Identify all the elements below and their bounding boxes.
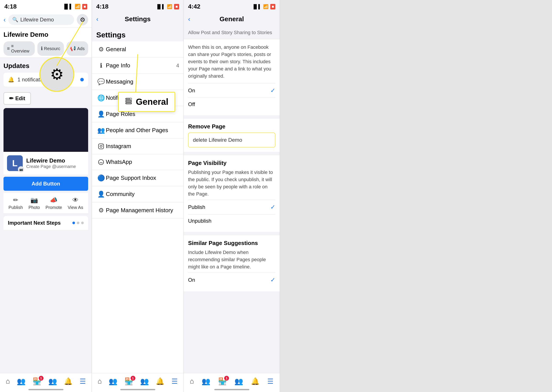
general-header: ‹ General	[184, 12, 280, 26]
action-promote[interactable]: 📣 Promote	[46, 196, 62, 210]
unpublish-option[interactable]: Unpublish	[188, 214, 275, 227]
bottom-nav-home-3[interactable]: ⌂	[190, 377, 194, 385]
svg-point-3	[102, 145, 103, 145]
promote-label: Promote	[46, 205, 62, 210]
instagram-label: Instagram	[106, 143, 179, 150]
back-button-1[interactable]: ‹	[4, 16, 6, 23]
community-label: Community	[106, 191, 179, 197]
home-icon-3: ⌂	[190, 377, 194, 385]
status-bar-1: 4:18 ▐▌▌ 📶 ■	[0, 0, 92, 12]
add-button[interactable]: Add Button	[4, 177, 88, 191]
status-icons-1: ▐▌▌ 📶 ■	[62, 4, 87, 9]
status-bar-3: 4:42 ▐▌▌ 📶 ■	[184, 0, 280, 12]
notifications-icon: 🔔	[64, 377, 73, 385]
bottom-nav-home-2[interactable]: ⌂	[97, 377, 102, 385]
important-title: Important Next Steps	[8, 220, 61, 226]
background-fill	[280, 0, 552, 392]
dot-2	[77, 222, 79, 224]
gear-circle-icon: ⚙	[50, 65, 64, 83]
svg-point-4	[98, 160, 104, 165]
remove-page-title: Remove Page	[188, 123, 275, 130]
bottom-nav-friends-3[interactable]: 👥	[202, 377, 210, 385]
settings-item-instagram[interactable]: Instagram	[92, 139, 184, 154]
bottom-nav-marketplace[interactable]: 🏪 1	[33, 377, 41, 385]
settings-item-people[interactable]: 👥 People and Other Pages	[92, 122, 184, 139]
gear-circle-overlay: ⚙	[39, 57, 74, 92]
page-name-header: Lifewire Demo	[0, 28, 92, 40]
bottom-nav-marketplace-2[interactable]: 🏪 1	[124, 377, 133, 385]
bottom-nav-home[interactable]: ⌂	[6, 377, 10, 385]
bottom-nav-notifications[interactable]: 🔔	[64, 377, 73, 385]
search-bar[interactable]: 🔍 Lifewire Demo	[8, 14, 74, 25]
delete-page-button[interactable]: delete Lifewire Demo	[188, 133, 275, 147]
phone1-header: ‹ 🔍 Lifewire Demo ⚙	[0, 12, 92, 28]
friends-icon-3: 👥	[202, 377, 210, 385]
search-icon: 🔍	[12, 17, 18, 22]
svg-point-2	[100, 145, 102, 147]
status-icons-3: ▐▌▌ 📶 ■	[252, 4, 275, 9]
bottom-nav-friends-2[interactable]: 👥	[109, 377, 117, 385]
gear-icon-nav: ⚙	[80, 16, 85, 23]
bottom-nav-menu-3[interactable]: ☰	[267, 377, 274, 385]
wifi-icon: 📶	[75, 4, 81, 9]
groups-icon-2: 👥	[140, 377, 149, 385]
pageinfo-count: 4	[176, 63, 179, 69]
bottom-nav-marketplace-3[interactable]: 🏪 1	[218, 377, 227, 385]
bottom-nav-menu-2[interactable]: ☰	[172, 377, 178, 385]
publish-option[interactable]: Publish ✓	[188, 200, 275, 214]
settings-item-history[interactable]: ⚙ Page Management History	[92, 202, 184, 218]
tab-ads[interactable]: 📢 Ads	[67, 41, 88, 56]
status-bar-2: 4:18 ▐▌▌ 📶 ■	[92, 0, 184, 12]
bottom-nav-groups-3[interactable]: 👥	[235, 377, 243, 385]
action-photo[interactable]: 📷 Photo	[28, 196, 40, 210]
general-back-button[interactable]: ‹	[188, 15, 190, 23]
sharing-on-option[interactable]: On ✓	[188, 83, 275, 98]
bottom-nav-menu[interactable]: ☰	[80, 377, 86, 385]
similar-on-label: On	[188, 277, 195, 283]
settings-item-general[interactable]: ⚙ General	[92, 41, 184, 57]
history-icon: ⚙	[96, 207, 106, 214]
bottom-nav-groups[interactable]: 👥	[48, 377, 57, 385]
groups-icon: 👥	[48, 377, 57, 385]
tab-overview[interactable]: ≡ ≡ Overview	[4, 41, 35, 56]
gear-button[interactable]: ⚙	[77, 14, 88, 25]
home-icon: ⌂	[6, 377, 10, 385]
scrolled-section-title: Allow Post and Story Sharing to Stories	[184, 26, 280, 39]
status-time-1: 4:18	[4, 3, 17, 10]
sharing-off-option[interactable]: Off	[188, 98, 275, 111]
sharing-on-check: ✓	[270, 87, 275, 94]
home-indicator-3	[214, 389, 249, 390]
svg-rect-1	[98, 144, 104, 149]
action-viewas[interactable]: 👁 View As	[68, 196, 83, 210]
settings-item-community[interactable]: 👤 Community	[92, 186, 184, 202]
pageroles-icon: 👤	[96, 111, 106, 118]
home-icon-2: ⌂	[97, 377, 102, 385]
settings-item-messaging[interactable]: 💬 Messaging	[92, 74, 184, 90]
similar-desc: Include Lifewire Demo when recommending …	[188, 249, 275, 270]
similar-on-option[interactable]: On ✓	[188, 273, 275, 287]
similar-title: Similar Page Suggestions	[188, 240, 275, 246]
settings-item-pageinfo[interactable]: ℹ Page Info 4	[92, 57, 184, 74]
battery-icon-3: ■	[270, 4, 275, 9]
general-header-title: General	[220, 15, 244, 23]
similar-on-check: ✓	[270, 276, 275, 283]
svg-rect-7	[126, 103, 131, 104]
edit-button[interactable]: ✏ Edit	[4, 92, 31, 105]
remove-page-section: Remove Page delete Lifewire Demo	[184, 119, 280, 152]
instagram-icon	[96, 143, 106, 149]
menu-icon-2: ☰	[172, 377, 178, 385]
settings-header-title: Settings	[125, 15, 151, 23]
bottom-nav-groups-2[interactable]: 👥	[140, 377, 149, 385]
action-publish[interactable]: ✏ Publish	[8, 196, 23, 210]
bottom-nav-notifications-3[interactable]: 🔔	[251, 377, 260, 385]
settings-back-button[interactable]: ‹	[96, 15, 98, 23]
bottom-nav-notifications-2[interactable]: 🔔	[156, 377, 165, 385]
tab-resources[interactable]: ℹ Resourc	[37, 41, 64, 56]
visibility-desc: Publishing your Page makes it visible to…	[188, 169, 275, 197]
bottom-nav-friends[interactable]: 👥	[17, 377, 26, 385]
groups-icon-3: 👥	[235, 377, 243, 385]
settings-item-whatsapp[interactable]: WhatsApp	[92, 154, 184, 170]
settings-item-support[interactable]: 🔵 Page Support Inbox	[92, 170, 184, 186]
battery-icon-2: ■	[174, 4, 179, 9]
viewas-icon: 👁	[72, 196, 78, 204]
